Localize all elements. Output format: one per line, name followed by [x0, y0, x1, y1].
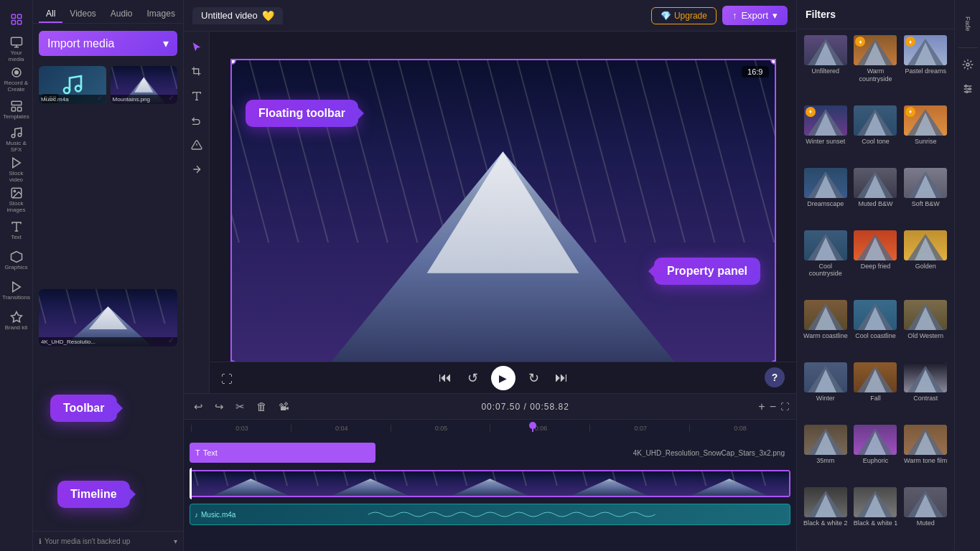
filter-thumb-2: ♦ — [854, 35, 897, 65]
filter-item-21[interactable]: Warm tone film — [902, 425, 948, 483]
ft-crop-button[interactable] — [187, 62, 207, 82]
filter-thumb-13 — [804, 300, 847, 330]
tab-all[interactable]: All — [39, 6, 62, 23]
filter-name-22: Black & white 2 — [803, 519, 848, 527]
svg-point-16 — [64, 88, 70, 93]
sidebar-item-stock-video[interactable]: Stock video — [3, 156, 30, 184]
ft-caution-button[interactable] — [187, 135, 207, 155]
pb-skip-start-button[interactable]: ⏮ — [436, 367, 454, 388]
ruler-mark-1: 0:03 — [191, 425, 291, 432]
video-track-bar[interactable] — [190, 470, 790, 497]
right-sidebar: Fade — [954, 0, 980, 551]
tab-videos[interactable]: Videos — [62, 6, 103, 23]
sidebar-item-text[interactable]: Text — [3, 217, 30, 244]
filter-item-14[interactable]: Cool coastline — [853, 300, 899, 358]
track-video-content — [190, 468, 790, 499]
ft-arrow-button[interactable] — [187, 159, 207, 179]
sidebar-label-graphics: Graphics — [4, 265, 27, 271]
filter-item-12[interactable]: Golden — [902, 230, 948, 296]
filter-item-11[interactable]: Deep fried — [853, 230, 899, 296]
tl-add-button[interactable]: + — [758, 400, 765, 413]
filter-item-19[interactable]: 35mm — [803, 425, 849, 483]
filter-item-22[interactable]: Black & white 2 — [803, 487, 849, 545]
tl-media-button[interactable]: 📽 — [276, 399, 292, 414]
rs-adjust-button[interactable] — [957, 78, 979, 100]
sidebar-item-graphics[interactable]: Graphics — [3, 247, 30, 274]
pb-fullscreen-button[interactable]: ⛶ — [221, 373, 233, 386]
filter-item-6[interactable]: ♦Sunrise — [902, 105, 948, 164]
ft-undo-button[interactable] — [187, 110, 207, 131]
filter-item-2[interactable]: ♦Warm countryside — [853, 35, 899, 101]
pb-play-button[interactable]: ▶ — [491, 366, 515, 390]
tab-audio[interactable]: Audio — [103, 6, 140, 23]
tl-delete-button[interactable]: 🗑 — [253, 399, 270, 414]
media-filename-3: 4K_UHD_Resolutio... — [39, 337, 177, 347]
filter-item-20[interactable]: Euphoric — [853, 425, 899, 483]
filter-thumb-8 — [854, 168, 897, 198]
filter-item-18[interactable]: Contrast — [902, 362, 948, 420]
media-backup-notice: ℹ Your media isn't backed up ▾ — [33, 531, 183, 551]
text-track-bar[interactable]: T Text — [190, 443, 375, 463]
sidebar-icon-app[interactable] — [3, 6, 30, 33]
tab-images[interactable]: Images — [140, 6, 182, 23]
pb-rewind-button[interactable]: ↺ — [465, 367, 481, 389]
sidebar-label-record: Record & Create — [3, 80, 30, 93]
tl-redo-button[interactable]: ↪ — [212, 399, 227, 415]
filter-item-13[interactable]: Warm coastline — [803, 300, 849, 358]
sidebar-item-stock-images[interactable]: Stock images — [3, 187, 30, 214]
filter-item-5[interactable]: Cool tone — [853, 105, 899, 164]
ruler-marks-container: 0:03 0:04 0:05 0:06 0:07 0:08 — [191, 425, 789, 432]
filter-item-4[interactable]: ♦Winter sunset — [803, 105, 849, 164]
ruler-mark-2: 0:04 — [291, 425, 391, 432]
filter-item-17[interactable]: Fall — [853, 362, 899, 420]
sidebar-item-transitions[interactable]: Transitions — [3, 277, 30, 304]
rs-filters-button[interactable] — [957, 54, 979, 75]
pb-help-button[interactable]: ? — [765, 367, 785, 387]
tl-undo-button[interactable]: ↩ — [191, 399, 206, 415]
pb-forward-button[interactable]: ↻ — [526, 367, 542, 389]
pb-skip-end-button[interactable]: ⏭ — [552, 367, 571, 388]
filter-item-9[interactable]: Soft B&W — [902, 168, 948, 226]
filter-thumb-23 — [854, 487, 897, 517]
track-audio: ♪ Music.m4a — [184, 501, 796, 527]
track-audio-content: ♪ Music.m4a — [190, 501, 790, 527]
ft-cursor-button[interactable] — [187, 37, 207, 57]
rs-fade-button[interactable]: Fade — [957, 6, 979, 42]
filter-item-15[interactable]: Old Western — [902, 300, 948, 358]
tl-fullscreen-button[interactable]: ⛶ — [780, 402, 789, 412]
media-item-mountains[interactable]: ✓ Mountains.png — [111, 66, 178, 104]
media-item-music[interactable]: 0:58 ✓ Music.m4a — [39, 66, 106, 104]
sidebar-label-transitions: Transitions — [2, 295, 30, 301]
sidebar-item-record[interactable]: Record & Create — [3, 66, 30, 93]
import-media-button[interactable]: Import media ▾ — [39, 31, 177, 56]
playhead[interactable] — [532, 425, 533, 432]
sidebar-item-templates[interactable]: Templates — [3, 96, 30, 123]
sidebar-item-brand-kit[interactable]: Brand kit — [3, 307, 30, 334]
timeline-tracks: T Text 4K_UHD_Resolution_SnowCap_Stars_3… — [184, 437, 796, 551]
ft-text-button[interactable] — [187, 86, 207, 106]
filter-item-8[interactable]: Muted B&W — [853, 168, 899, 226]
sidebar-label-stock-video: Stock video — [3, 171, 30, 184]
tl-minus-button[interactable]: − — [770, 400, 776, 413]
filter-name-14: Cool coastline — [855, 332, 896, 340]
tl-cut-button[interactable]: ✂ — [233, 399, 248, 415]
upgrade-button[interactable]: 💎 Upgrade — [651, 7, 717, 24]
filter-item-7[interactable]: Dreamscape — [803, 168, 849, 226]
svg-rect-3 — [17, 21, 21, 24]
audio-track-bar[interactable]: ♪ Music.m4a — [190, 504, 790, 525]
media-item-4k[interactable]: ✓ 4K_UHD_Resolutio... — [39, 289, 177, 347]
sidebar-item-music[interactable]: Music & SFX — [3, 126, 30, 154]
filter-item-1[interactable]: Unfiltered — [803, 35, 849, 101]
filter-item-3[interactable]: ♦Pastel dreams — [902, 35, 948, 101]
filter-item-24[interactable]: Muted — [902, 487, 948, 545]
project-tab[interactable]: Untitled video 💛 — [192, 7, 283, 24]
sidebar-item-your-media[interactable]: Your media — [3, 36, 30, 63]
export-button[interactable]: ↑ Export ▾ — [722, 6, 788, 25]
filter-item-10[interactable]: Cool countryside — [803, 230, 849, 296]
filter-thumb-20 — [854, 425, 897, 455]
filter-name-13: Warm coastline — [803, 332, 848, 340]
filter-item-23[interactable]: Black & white 1 — [853, 487, 899, 545]
filter-item-16[interactable]: Winter — [803, 362, 849, 420]
media-grid: 0:58 ✓ Music.m4a ✓ Mountains.png ✓ 4K_UH… — [33, 63, 183, 531]
save-status-icon: 💛 — [262, 10, 274, 22]
